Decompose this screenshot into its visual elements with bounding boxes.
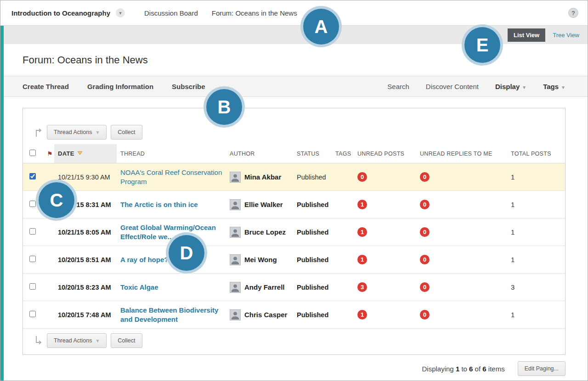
author-column-header[interactable]: AUTHOR <box>226 144 293 163</box>
collect-button[interactable]: Collect <box>111 333 142 348</box>
table-row[interactable]: 10/21/15 9:30 AM NOAA's Coral Reef Conse… <box>23 163 565 191</box>
thread-date: 10/20/15 8:23 AM <box>54 274 117 301</box>
list-toolbar-top: Thread Actions▼ Collect <box>23 108 565 144</box>
course-menu-chevron-icon[interactable]: ▾ <box>116 8 125 17</box>
thread-tags <box>332 246 354 274</box>
total-posts-count: 3 <box>507 274 565 301</box>
unread-posts-badge[interactable]: 1 <box>357 255 367 264</box>
display-menu[interactable]: Display▼ <box>495 83 526 90</box>
author-cell: Andy Farrell <box>230 282 289 293</box>
unread-posts-badge[interactable]: 1 <box>357 200 367 209</box>
total-posts-count: 1 <box>507 163 565 191</box>
thread-tags <box>332 274 354 301</box>
table-row[interactable]: 10/21/15 8:31 AM The Arctic is on thin i… <box>23 191 565 219</box>
thread-tags <box>332 301 354 329</box>
unread-replies-badge[interactable]: 0 <box>420 172 430 182</box>
thread-column-header[interactable]: THREAD <box>117 144 226 163</box>
unread-replies-badge[interactable]: 0 <box>420 227 430 237</box>
avatar <box>230 172 241 183</box>
author-name: Mina Akbar <box>244 173 281 181</box>
thread-date: 10/20/15 7:48 AM <box>54 301 117 329</box>
discover-content-button[interactable]: Discover Content <box>426 83 479 90</box>
row-checkbox[interactable] <box>29 173 36 179</box>
course-title: Introduction to Oceanography <box>11 9 110 17</box>
unread-replies-badge[interactable]: 0 <box>420 282 430 292</box>
author-name: Andy Farrell <box>244 283 285 291</box>
subscribe-button[interactable]: Subscribe <box>172 83 205 90</box>
grading-information-button[interactable]: Grading Information <box>87 83 153 90</box>
tree-view-link[interactable]: Tree View <box>553 32 579 39</box>
thread-actions-button[interactable]: Thread Actions▼ <box>47 333 107 348</box>
unread-posts-column-header[interactable]: UNREAD POSTS <box>354 144 416 163</box>
row-checkbox[interactable] <box>29 311 36 317</box>
accent-bar <box>0 26 4 381</box>
thread-status: Published <box>293 274 332 301</box>
thread-link[interactable]: Great Global Warming/Ocean Effect/Role w… <box>120 223 222 241</box>
select-all-checkbox[interactable] <box>29 150 36 156</box>
thread-table-body: 10/21/15 9:30 AM NOAA's Coral Reef Conse… <box>23 163 565 329</box>
unread-posts-badge[interactable]: 0 <box>357 172 367 182</box>
search-button[interactable]: Search <box>387 83 409 90</box>
avatar <box>230 309 241 320</box>
list-view-button[interactable]: List View <box>508 28 545 42</box>
total-posts-column-header[interactable]: TOTAL POSTS <box>507 144 565 163</box>
thread-link[interactable]: Balance Between Biodiversity and Develop… <box>120 306 222 324</box>
select-all-arrow-icon <box>34 336 43 346</box>
status-column-header[interactable]: STATUS <box>293 144 332 163</box>
breadcrumb-forum[interactable]: Forum: Oceans in the News <box>212 9 297 17</box>
thread-status: Published <box>293 219 332 246</box>
flag-column-header[interactable]: ⚑ <box>43 144 54 163</box>
table-row[interactable]: 10/20/15 7:48 AM Balance Between Biodive… <box>23 301 565 329</box>
paging-status: Displaying 1 to 6 of 6 items <box>422 365 505 373</box>
avatar <box>230 199 241 210</box>
date-column-header[interactable]: DATE <box>54 144 117 163</box>
total-posts-count: 1 <box>507 219 565 246</box>
row-checkbox[interactable] <box>29 256 36 262</box>
table-row[interactable]: 10/20/15 8:23 AM Toxic Algae Andy Farrel… <box>23 274 565 301</box>
breadcrumb-discussion-board[interactable]: Discussion Board <box>144 9 198 17</box>
unread-replies-badge[interactable]: 0 <box>420 310 430 319</box>
author-cell: Chris Casper <box>230 309 289 320</box>
list-toolbar-bottom: Thread Actions▼ Collect <box>23 329 565 354</box>
table-header-row: ⚑ DATE THREAD AUTHOR STATUS TAGS UNREAD … <box>23 144 565 163</box>
avatar <box>230 254 241 265</box>
annotation-circle-c: C <box>39 182 74 218</box>
row-checkbox[interactable] <box>29 283 36 290</box>
thread-list-card: Thread Actions▼ Collect ⚑ DATE THREAD AU… <box>23 108 565 355</box>
thread-status: Published <box>293 246 332 274</box>
thread-actions-button[interactable]: Thread Actions▼ <box>47 125 107 140</box>
avatar <box>230 282 241 293</box>
tags-column-header[interactable]: TAGS <box>332 144 354 163</box>
action-bar-right: Search Discover Content Display▼ Tags▼ <box>387 83 565 90</box>
thread-link[interactable]: A ray of hope? <box>120 255 168 264</box>
collect-button[interactable]: Collect <box>111 125 142 140</box>
thread-tags <box>332 219 354 246</box>
annotation-circle-e: E <box>464 27 500 63</box>
create-thread-button[interactable]: Create Thread <box>23 83 69 90</box>
row-checkbox[interactable] <box>29 228 36 235</box>
thread-link[interactable]: Toxic Algae <box>120 283 158 292</box>
table-row[interactable]: 10/20/15 8:51 AM A ray of hope? Mei Wong… <box>23 246 565 274</box>
help-icon[interactable]: ? <box>568 8 578 18</box>
thread-link[interactable]: NOAA's Coral Reef Conservation Program <box>120 168 222 186</box>
unread-posts-badge[interactable]: 3 <box>357 282 367 292</box>
edit-paging-button[interactable]: Edit Paging... <box>518 361 565 376</box>
thread-link[interactable]: The Arctic is on thin ice <box>120 200 198 209</box>
unread-posts-badge[interactable]: 1 <box>357 227 367 237</box>
action-bar-left: Create Thread Grading Information Subscr… <box>23 83 205 90</box>
author-cell: Mina Akbar <box>230 172 289 183</box>
thread-table: ⚑ DATE THREAD AUTHOR STATUS TAGS UNREAD … <box>23 144 565 329</box>
content-area: Thread Actions▼ Collect ⚑ DATE THREAD AU… <box>0 97 588 376</box>
row-flag-cell <box>43 301 54 329</box>
unread-replies-badge[interactable]: 0 <box>420 200 430 209</box>
tags-menu[interactable]: Tags▼ <box>543 83 565 90</box>
unread-replies-column-header[interactable]: UNREAD REPLIES TO ME <box>416 144 507 163</box>
thread-status: Published <box>293 301 332 329</box>
unread-posts-badge[interactable]: 1 <box>357 310 367 319</box>
row-flag-cell <box>43 246 54 274</box>
chevron-down-icon: ▼ <box>561 85 565 90</box>
author-cell: Mei Wong <box>230 254 289 265</box>
row-checkbox[interactable] <box>29 201 36 207</box>
unread-replies-badge[interactable]: 0 <box>420 255 430 264</box>
table-row[interactable]: 10/21/15 8:05 AM Great Global Warming/Oc… <box>23 219 565 246</box>
